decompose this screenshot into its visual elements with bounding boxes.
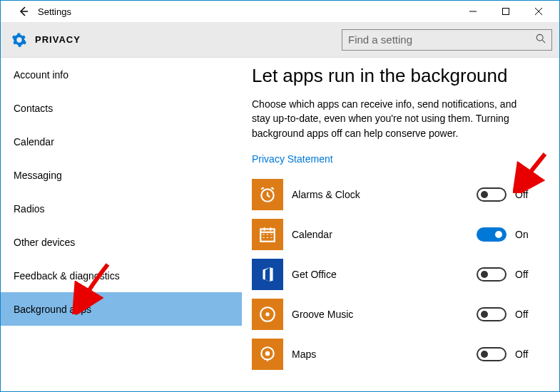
toggle-state-label: Off xyxy=(515,349,528,360)
search-input[interactable] xyxy=(348,33,536,46)
alarm-icon xyxy=(252,179,283,210)
toggle-maps[interactable] xyxy=(477,347,506,361)
content-panel: Let apps run in the background Choose wh… xyxy=(242,58,559,391)
app-label: Get Office xyxy=(292,269,477,280)
app-row-maps: Maps Off xyxy=(252,334,541,374)
svg-rect-2 xyxy=(503,9,509,15)
title-bar: Settings xyxy=(1,1,559,22)
app-row-get-office: Get Office Off xyxy=(252,254,541,294)
toggle-state-label: Off xyxy=(515,269,528,280)
office-icon xyxy=(252,259,283,290)
close-button[interactable] xyxy=(522,1,555,22)
header-band: PRIVACY xyxy=(1,22,559,58)
music-icon xyxy=(252,299,283,330)
app-label: Groove Music xyxy=(292,309,477,320)
calendar-icon xyxy=(252,219,283,250)
svg-point-21 xyxy=(265,351,270,356)
toggle-state-label: Off xyxy=(515,189,528,200)
sidebar-item-label: Feedback & diagnostics xyxy=(14,270,120,282)
sidebar-item-feedback-diagnostics[interactable]: Feedback & diagnostics xyxy=(1,259,242,292)
toggle-state-label: On xyxy=(515,229,529,240)
sidebar-item-calendar[interactable]: Calendar xyxy=(1,125,242,158)
toggle-calendar[interactable] xyxy=(477,227,506,242)
sidebar-item-label: Background apps xyxy=(14,304,91,315)
sidebar-item-label: Calendar xyxy=(14,136,54,148)
sidebar-item-label: Messaging xyxy=(14,170,62,181)
svg-point-19 xyxy=(265,312,269,316)
sidebar-item-contacts[interactable]: Contacts xyxy=(1,91,242,125)
toggle-get-office[interactable] xyxy=(477,267,506,282)
sidebar-item-label: Contacts xyxy=(14,103,53,114)
sidebar: Account info Contacts Calendar Messaging… xyxy=(1,58,242,391)
sidebar-item-background-apps[interactable]: Background apps xyxy=(1,292,242,326)
window-title: Settings xyxy=(38,6,71,17)
maps-icon xyxy=(252,339,283,370)
app-label: Calendar xyxy=(292,229,477,240)
app-label: Maps xyxy=(292,349,477,360)
sidebar-item-label: Account info xyxy=(14,69,68,81)
page-title: Let apps run in the background xyxy=(252,65,541,87)
svg-rect-8 xyxy=(260,229,275,241)
search-box[interactable] xyxy=(342,29,552,51)
sidebar-item-messaging[interactable]: Messaging xyxy=(1,158,242,192)
svg-line-6 xyxy=(542,40,545,43)
app-label: Alarms & Clock xyxy=(292,189,477,200)
toggle-alarms-clock[interactable] xyxy=(477,187,506,202)
app-row-groove-music: Groove Music Off xyxy=(252,294,541,334)
app-row-alarms-clock: Alarms & Clock Off xyxy=(252,175,541,215)
sidebar-item-account-info[interactable]: Account info xyxy=(1,58,242,91)
sidebar-item-other-devices[interactable]: Other devices xyxy=(1,225,242,259)
sidebar-item-radios[interactable]: Radios xyxy=(1,192,242,225)
minimize-button[interactable] xyxy=(457,1,489,22)
maximize-button[interactable] xyxy=(489,1,522,22)
privacy-statement-link[interactable]: Privacy Statement xyxy=(252,153,333,165)
category-title: PRIVACY xyxy=(35,34,81,45)
toggle-groove-music[interactable] xyxy=(477,307,506,321)
svg-point-5 xyxy=(536,34,543,41)
page-description: Choose which apps can receive info, send… xyxy=(252,97,523,140)
search-icon xyxy=(536,33,546,46)
gear-icon xyxy=(11,31,28,48)
back-button[interactable] xyxy=(15,3,32,20)
toggle-state-label: Off xyxy=(515,309,528,320)
sidebar-item-label: Radios xyxy=(14,203,45,215)
app-row-calendar: Calendar On xyxy=(252,215,541,254)
sidebar-item-label: Other devices xyxy=(14,237,75,248)
